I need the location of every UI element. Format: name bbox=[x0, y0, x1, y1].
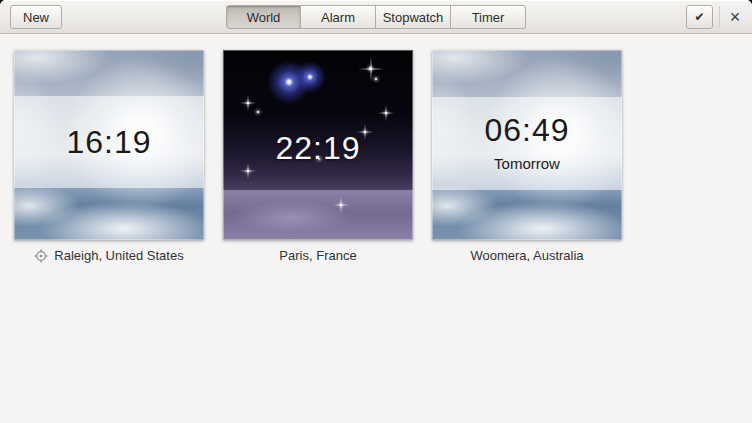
clock-day-offset-label: Tomorrow bbox=[494, 155, 560, 172]
star-icon bbox=[247, 102, 249, 104]
new-button[interactable]: New bbox=[10, 5, 62, 29]
view-switcher: World Alarm Stopwatch Timer bbox=[226, 5, 526, 29]
header-bar: New World Alarm Stopwatch Timer ✔ × bbox=[0, 0, 752, 34]
star-icon bbox=[385, 112, 387, 114]
clock-grid: 16:19 Raleigh, United States bbox=[0, 34, 752, 263]
star-icon bbox=[364, 131, 366, 133]
tab-world[interactable]: World bbox=[226, 5, 301, 29]
star-icon bbox=[247, 170, 249, 172]
tab-stopwatch[interactable]: Stopwatch bbox=[376, 5, 451, 29]
day-sky-photo: 16:19 bbox=[14, 50, 204, 240]
world-clocks-view: 16:19 Raleigh, United States bbox=[0, 34, 752, 423]
clock-tile-paris[interactable]: 22:19 Paris, France bbox=[223, 50, 413, 263]
header-right-controls: ✔ × bbox=[686, 5, 744, 29]
close-icon: × bbox=[730, 7, 741, 27]
clock-city-label: Paris, France bbox=[279, 248, 356, 263]
clock-city-label: Woomera, Australia bbox=[470, 248, 583, 263]
clock-time: 06:49 bbox=[484, 114, 569, 146]
day-sky-photo: 06:49 Tomorrow bbox=[432, 50, 622, 240]
close-button[interactable]: × bbox=[726, 5, 744, 29]
clock-time: 16:19 bbox=[66, 126, 151, 158]
star-icon bbox=[369, 67, 372, 70]
clock-time: 22:19 bbox=[275, 132, 360, 164]
clock-caption: Raleigh, United States bbox=[14, 248, 204, 263]
night-sky-photo: 22:19 bbox=[223, 50, 413, 240]
star-icon bbox=[257, 111, 259, 113]
star-icon bbox=[340, 204, 342, 206]
time-band: 16:19 bbox=[14, 96, 204, 188]
current-location-icon bbox=[34, 249, 48, 263]
clock-caption: Woomera, Australia bbox=[432, 248, 622, 263]
select-mode-button[interactable]: ✔ bbox=[686, 5, 713, 29]
checkmark-icon: ✔ bbox=[694, 10, 704, 24]
clock-caption: Paris, France bbox=[223, 248, 413, 263]
time-band: 06:49 Tomorrow bbox=[432, 97, 622, 190]
clock-tile-woomera[interactable]: 06:49 Tomorrow Woomera, Australia bbox=[432, 50, 622, 263]
clock-tile-raleigh[interactable]: 16:19 Raleigh, United States bbox=[14, 50, 204, 263]
clock-city-label: Raleigh, United States bbox=[54, 248, 183, 263]
star-icon bbox=[375, 78, 377, 80]
blue-star-glow bbox=[294, 61, 326, 93]
header-separator bbox=[719, 6, 720, 28]
gnome-clocks-window: New World Alarm Stopwatch Timer ✔ × 16:1… bbox=[0, 0, 752, 423]
tab-alarm[interactable]: Alarm bbox=[301, 5, 376, 29]
tab-timer[interactable]: Timer bbox=[451, 5, 526, 29]
